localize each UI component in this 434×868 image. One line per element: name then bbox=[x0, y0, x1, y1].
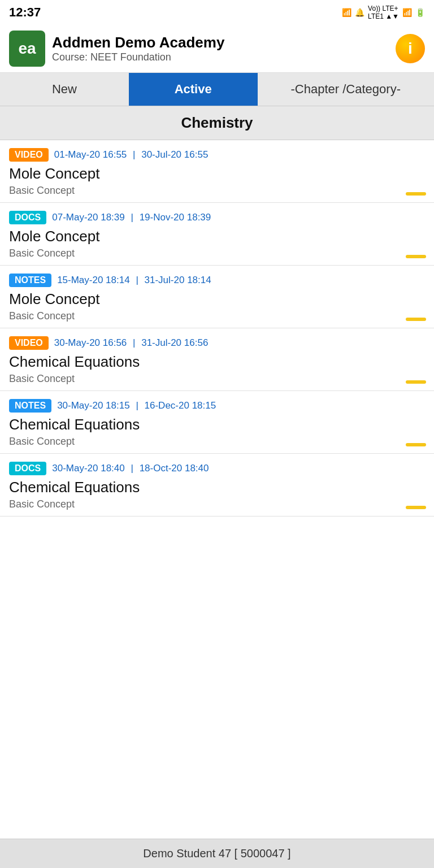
item-meta: DOCS 30-May-20 18:40 | 18-Oct-20 18:40 bbox=[9, 462, 425, 475]
tab-category[interactable]: -Chapter /Category- bbox=[258, 73, 434, 106]
badge-notes: NOTES bbox=[9, 274, 51, 287]
item-dates: 30-May-20 16:56 | 31-Jul-20 16:56 bbox=[54, 337, 209, 349]
date-start: 30-May-20 18:15 bbox=[57, 400, 130, 411]
list-item[interactable]: VIDEO 01-May-20 16:55 | 30-Jul-20 16:55 … bbox=[0, 140, 434, 203]
wifi-icon: 📶 bbox=[342, 8, 351, 17]
item-title: Chemical Equations bbox=[9, 353, 425, 371]
list-item[interactable]: VIDEO 30-May-20 16:56 | 31-Jul-20 16:56 … bbox=[0, 328, 434, 391]
item-category: Basic Concept bbox=[9, 436, 425, 448]
item-indicator bbox=[406, 192, 426, 196]
item-title: Chemical Equations bbox=[9, 416, 425, 433]
item-meta: NOTES 30-May-20 18:15 | 16-Dec-20 18:15 bbox=[9, 399, 425, 413]
item-indicator bbox=[406, 255, 426, 258]
app-subtitle: Course: NEET Foundation bbox=[52, 51, 224, 63]
status-icons: 📶 🔔 Vo)) LTE+LTE1 ▲▼ 📶 🔋 bbox=[342, 5, 425, 20]
footer: Demo Student 47 [ 5000047 ] bbox=[0, 839, 434, 868]
tab-bar: New Active -Chapter /Category- bbox=[0, 73, 434, 106]
list-item[interactable]: DOCS 07-May-20 18:39 | 19-Nov-20 18:39 M… bbox=[0, 203, 434, 266]
date-start: 30-May-20 18:40 bbox=[52, 463, 125, 474]
badge-docs: DOCS bbox=[9, 462, 46, 475]
header-text: Addmen Demo Academy Course: NEET Foundat… bbox=[52, 34, 224, 63]
item-dates: 30-May-20 18:15 | 16-Dec-20 18:15 bbox=[57, 400, 216, 411]
header-left: ea Addmen Demo Academy Course: NEET Foun… bbox=[9, 31, 224, 67]
item-dates: 07-May-20 18:39 | 19-Nov-20 18:39 bbox=[52, 212, 211, 223]
item-dates: 30-May-20 18:40 | 18-Oct-20 18:40 bbox=[52, 463, 209, 474]
list-item[interactable]: NOTES 30-May-20 18:15 | 16-Dec-20 18:15 … bbox=[0, 391, 434, 454]
section-heading: Chemistry bbox=[0, 106, 434, 140]
date-separator: | bbox=[136, 275, 141, 285]
item-meta: DOCS 07-May-20 18:39 | 19-Nov-20 18:39 bbox=[9, 211, 425, 224]
item-dates: 15-May-20 18:14 | 31-Jul-20 18:14 bbox=[57, 275, 211, 286]
badge-video: VIDEO bbox=[9, 336, 49, 350]
footer-text: Demo Student 47 [ 5000047 ] bbox=[143, 847, 290, 860]
signal-bars-icon: 📶 bbox=[402, 8, 412, 17]
badge-video: VIDEO bbox=[9, 148, 49, 162]
battery-icon: 🔋 bbox=[415, 8, 425, 17]
date-separator: | bbox=[131, 212, 136, 223]
date-end: 30-Jul-20 16:55 bbox=[141, 149, 208, 160]
app-title: Addmen Demo Academy bbox=[52, 34, 224, 51]
bell-icon: 🔔 bbox=[355, 8, 364, 17]
list-item[interactable]: NOTES 15-May-20 18:14 | 31-Jul-20 18:14 … bbox=[0, 266, 434, 328]
date-start: 01-May-20 16:55 bbox=[54, 149, 127, 160]
date-separator: | bbox=[133, 149, 138, 160]
app-logo: ea bbox=[9, 31, 45, 67]
item-meta: VIDEO 01-May-20 16:55 | 30-Jul-20 16:55 bbox=[9, 148, 425, 162]
item-category: Basic Concept bbox=[9, 185, 425, 197]
tab-active[interactable]: Active bbox=[129, 73, 258, 106]
date-separator: | bbox=[133, 337, 138, 348]
info-button[interactable]: i bbox=[396, 34, 425, 63]
date-end: 31-Jul-20 18:14 bbox=[145, 275, 211, 285]
logo-text: ea bbox=[18, 40, 36, 58]
item-category: Basic Concept bbox=[9, 498, 425, 510]
signal-icon: Vo)) LTE+LTE1 ▲▼ bbox=[368, 5, 399, 20]
app-header: ea Addmen Demo Academy Course: NEET Foun… bbox=[0, 25, 434, 73]
item-indicator bbox=[406, 318, 426, 321]
badge-docs: DOCS bbox=[9, 211, 46, 224]
status-bar: 12:37 📶 🔔 Vo)) LTE+LTE1 ▲▼ 📶 🔋 bbox=[0, 0, 434, 25]
item-category: Basic Concept bbox=[9, 373, 425, 385]
item-title: Mole Concept bbox=[9, 290, 425, 308]
date-separator: | bbox=[131, 463, 136, 474]
date-start: 30-May-20 16:56 bbox=[54, 337, 127, 348]
item-dates: 01-May-20 16:55 | 30-Jul-20 16:55 bbox=[54, 149, 209, 160]
item-indicator bbox=[406, 443, 426, 446]
date-end: 31-Jul-20 16:56 bbox=[141, 337, 208, 348]
list-item[interactable]: DOCS 30-May-20 18:40 | 18-Oct-20 18:40 C… bbox=[0, 454, 434, 517]
item-indicator bbox=[406, 506, 426, 509]
item-meta: NOTES 15-May-20 18:14 | 31-Jul-20 18:14 bbox=[9, 274, 425, 287]
badge-notes: NOTES bbox=[9, 399, 51, 413]
item-title: Mole Concept bbox=[9, 228, 425, 245]
date-start: 07-May-20 18:39 bbox=[52, 212, 125, 223]
status-time: 12:37 bbox=[9, 5, 41, 20]
date-start: 15-May-20 18:14 bbox=[57, 275, 130, 285]
tab-new[interactable]: New bbox=[0, 73, 129, 106]
item-meta: VIDEO 30-May-20 16:56 | 31-Jul-20 16:56 bbox=[9, 336, 425, 350]
item-category: Basic Concept bbox=[9, 248, 425, 259]
item-title: Mole Concept bbox=[9, 165, 425, 183]
date-end: 19-Nov-20 18:39 bbox=[140, 212, 211, 223]
date-end: 18-Oct-20 18:40 bbox=[140, 463, 209, 474]
item-category: Basic Concept bbox=[9, 310, 425, 322]
content-list: VIDEO 01-May-20 16:55 | 30-Jul-20 16:55 … bbox=[0, 140, 434, 839]
date-separator: | bbox=[136, 400, 141, 411]
item-indicator bbox=[406, 380, 426, 384]
date-end: 16-Dec-20 18:15 bbox=[145, 400, 216, 411]
item-title: Chemical Equations bbox=[9, 479, 425, 496]
